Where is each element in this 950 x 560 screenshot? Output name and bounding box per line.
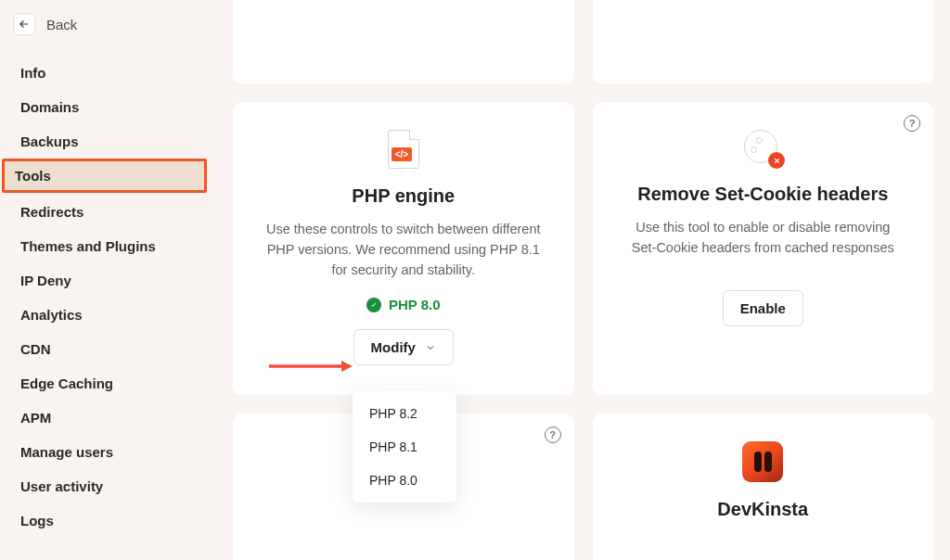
cookie-remove-icon xyxy=(744,130,781,167)
back-label: Back xyxy=(46,17,77,32)
php-modify-button[interactable]: Modify xyxy=(353,329,454,365)
annotation-arrow-icon xyxy=(269,358,353,375)
php-option-82[interactable]: PHP 8.2 xyxy=(353,397,456,430)
enable-button[interactable]: Enable xyxy=(723,290,803,326)
sidebar-item-ip-deny[interactable]: IP Deny xyxy=(7,263,201,298)
card-desc: Use this tool to enable or disable remov… xyxy=(624,218,903,259)
sidebar: Back Info Domains Backups Tools Redirect… xyxy=(0,0,209,560)
arrow-left-icon xyxy=(18,18,31,31)
modify-row: Modify xyxy=(353,329,454,365)
sidebar-item-logs[interactable]: Logs xyxy=(7,503,201,538)
sidebar-item-apm[interactable]: APM xyxy=(7,401,201,435)
card-partial-left xyxy=(233,0,574,83)
back-button[interactable] xyxy=(13,13,35,35)
sidebar-nav: Info Domains Backups Tools Redirects The… xyxy=(0,48,209,545)
php-option-80[interactable]: PHP 8.0 xyxy=(353,464,456,497)
devkinsta-icon xyxy=(742,441,783,482)
help-icon[interactable]: ? xyxy=(904,115,920,132)
card-title: PHP engine xyxy=(352,185,455,207)
card-partial-right: Enabled for country level Modify xyxy=(593,0,934,83)
help-icon[interactable]: ? xyxy=(545,426,561,443)
php-status: PHP 8.0 xyxy=(366,297,441,312)
card-php-engine: </> PHP engine Use these controls to swi… xyxy=(233,102,574,395)
php-file-icon: </> xyxy=(388,130,419,169)
enable-row: Enable xyxy=(723,290,803,326)
sidebar-item-tools[interactable]: Tools xyxy=(2,159,207,193)
sidebar-item-domains[interactable]: Domains xyxy=(7,90,201,124)
php-option-81[interactable]: PHP 8.1 xyxy=(353,430,456,464)
back-row: Back xyxy=(0,6,209,48)
php-version-status: PHP 8.0 xyxy=(389,297,441,312)
content: Enabled for country level Modify </> xyxy=(209,0,950,560)
sidebar-item-cdn[interactable]: CDN xyxy=(7,332,201,366)
sidebar-item-themes-plugins[interactable]: Themes and Plugins xyxy=(7,229,201,263)
sidebar-item-manage-users[interactable]: Manage users xyxy=(7,435,201,469)
sidebar-item-info[interactable]: Info xyxy=(7,56,201,90)
check-circle-icon xyxy=(366,298,381,312)
card-desc: Use these controls to switch between dif… xyxy=(264,220,543,280)
chevron-down-icon xyxy=(425,342,436,353)
sidebar-item-edge-caching[interactable]: Edge Caching xyxy=(7,366,201,401)
card-remove-cookie: ? Remove Set-Cookie headers Use this too… xyxy=(593,102,934,395)
sidebar-item-analytics[interactable]: Analytics xyxy=(7,298,201,332)
php-version-dropdown: PHP 8.2 PHP 8.1 PHP 8.0 xyxy=(353,391,456,503)
sidebar-item-user-activity[interactable]: User activity xyxy=(7,469,201,503)
sidebar-item-backups[interactable]: Backups xyxy=(7,124,201,159)
card-title: Remove Set-Cookie headers xyxy=(637,184,888,205)
card-devkinsta: DevKinsta xyxy=(593,414,934,560)
tools-grid: Enabled for country level Modify </> xyxy=(233,0,933,560)
card-title: DevKinsta xyxy=(717,499,808,520)
x-badge-icon xyxy=(768,152,785,169)
svg-marker-1 xyxy=(341,361,353,372)
sidebar-item-redirects[interactable]: Redirects xyxy=(7,195,201,229)
